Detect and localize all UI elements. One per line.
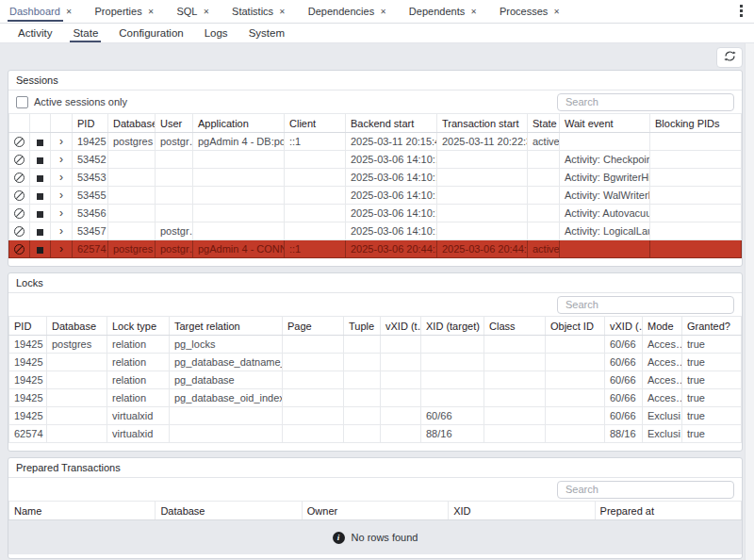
cancel-query-icon[interactable] <box>14 190 25 201</box>
close-icon[interactable]: ✕ <box>66 8 73 16</box>
close-icon[interactable]: ✕ <box>380 8 386 16</box>
refresh-icon <box>724 49 736 66</box>
info-icon: i <box>333 532 345 544</box>
cell: 88/16 <box>605 425 643 443</box>
locks-header-row: PIDDatabaseLock typeTarget relationPageT… <box>9 317 742 336</box>
expand-row-icon[interactable]: › <box>59 153 63 166</box>
subtab-activity[interactable]: Activity <box>8 24 62 42</box>
terminate-session-icon[interactable] <box>37 247 43 254</box>
cell: virtualxid <box>107 425 170 443</box>
terminate-session-icon[interactable] <box>37 211 43 218</box>
subtab-logs[interactable]: Logs <box>194 24 238 42</box>
terminate-session-icon[interactable] <box>37 175 43 182</box>
subtab-state[interactable]: State <box>62 24 108 42</box>
tab-dashboard[interactable]: Dashboard✕ <box>8 0 84 23</box>
session-row[interactable]: ›534522025-03-06 14:10:11 …Activity: Che… <box>9 151 742 169</box>
kebab-menu-icon[interactable] <box>734 5 747 20</box>
session-row[interactable]: ›19425postgrespostgr…pgAdmin 4 - DB:post… <box>9 133 742 151</box>
close-icon[interactable]: ✕ <box>148 8 155 16</box>
terminate-session-icon[interactable] <box>37 140 43 146</box>
cell <box>437 222 528 240</box>
active-sessions-checkbox[interactable] <box>16 96 28 108</box>
lock-row[interactable]: 19425postgresrelationpg_locks60/66Acces…… <box>9 336 742 354</box>
lock-row[interactable]: 19425relationpg_database60/66Acces…true <box>9 371 742 389</box>
cell <box>528 205 560 222</box>
cancel-query-icon[interactable] <box>14 137 25 147</box>
active-sessions-only-control: Active sessions only <box>16 96 127 108</box>
tab-label: Processes <box>500 6 548 17</box>
cell: Acces… <box>643 389 682 407</box>
session-row[interactable]: ›534532025-03-06 14:10:11 …Activity: Bgw… <box>9 169 742 187</box>
prepared-header-row: NameDatabaseOwnerXIDPrepared at <box>9 502 742 520</box>
tab-statistics[interactable]: Statistics✕ <box>230 0 297 23</box>
cell <box>650 169 742 187</box>
close-icon[interactable]: ✕ <box>203 8 209 16</box>
subtab-system[interactable]: System <box>238 24 295 42</box>
cell: Acces… <box>643 354 682 371</box>
cell: Activity: Checkpointe… <box>560 151 650 169</box>
expand-row-icon[interactable]: › <box>59 224 63 238</box>
cell: Activity: WalWriterM… <box>560 187 650 205</box>
cell <box>437 169 528 187</box>
cell <box>47 407 107 425</box>
cell: true <box>682 354 742 371</box>
column-header: XID (target) <box>421 317 484 336</box>
dashboard-subtab-bar: ActivityStateConfigurationLogsSystem <box>0 24 754 43</box>
cell <box>484 371 546 389</box>
terminate-session-icon[interactable] <box>37 229 43 236</box>
expand-row-icon[interactable]: › <box>59 242 63 255</box>
lock-row[interactable]: 19425relationpg_database_oid_index60/66A… <box>9 389 742 407</box>
cancel-query-icon[interactable] <box>14 155 25 165</box>
terminate-session-icon[interactable] <box>37 193 43 200</box>
column-header: Target relation <box>170 317 283 336</box>
cancel-query-icon[interactable] <box>14 173 25 183</box>
locks-search-input[interactable] <box>557 296 734 314</box>
cancel-query-icon[interactable] <box>14 208 25 219</box>
cell: Acces… <box>643 336 682 354</box>
expand-row-icon[interactable]: › <box>59 189 63 202</box>
panel-padding <box>8 258 742 266</box>
tab-dependents[interactable]: Dependents✕ <box>407 0 488 23</box>
expand-row-icon[interactable]: › <box>59 171 63 184</box>
cell <box>170 407 283 425</box>
sessions-toolbar: Active sessions only <box>8 91 742 113</box>
tab-processes[interactable]: Processes✕ <box>498 0 571 23</box>
cell <box>484 407 546 425</box>
column-header: Client <box>285 114 346 133</box>
subtab-configuration[interactable]: Configuration <box>108 24 193 42</box>
prepared-search-input[interactable] <box>557 481 734 499</box>
session-row[interactable]: ›53457postgr…2025-03-06 14:10:11 …Activi… <box>9 222 742 240</box>
cell <box>344 336 381 354</box>
session-row[interactable]: ›62574postgrespostgr…pgAdmin 4 - CONN:6…… <box>9 240 742 258</box>
close-icon[interactable]: ✕ <box>470 8 477 16</box>
cell: 2025-03-11 20:22:36 … <box>437 133 528 151</box>
close-icon[interactable]: ✕ <box>553 8 560 16</box>
column-header: User <box>156 114 193 133</box>
cell <box>650 240 742 258</box>
lock-row[interactable]: 62574virtualxid88/1688/16Exclusi…true <box>9 425 742 443</box>
dashboard-content: Sessions Active sessions only PIDDatabas… <box>0 43 754 559</box>
cell: active <box>528 133 560 151</box>
session-row[interactable]: ›534562025-03-06 14:10:11 …Activity: Aut… <box>9 205 742 222</box>
terminate-session-icon[interactable] <box>37 157 43 164</box>
cell <box>528 151 560 169</box>
refresh-button[interactable] <box>716 47 743 68</box>
cancel-query-icon[interactable] <box>14 226 25 237</box>
tab-sql[interactable]: SQL✕ <box>174 0 221 23</box>
expand-row-icon[interactable]: › <box>59 206 63 220</box>
expand-row-icon[interactable]: › <box>59 135 63 148</box>
session-row[interactable]: ›534552025-03-06 14:10:11 …Activity: Wal… <box>9 187 742 205</box>
cell: 19425 <box>73 133 108 151</box>
tab-dependencies[interactable]: Dependencies✕ <box>306 0 398 23</box>
tab-label: SQL <box>176 6 197 17</box>
sessions-search-input[interactable] <box>557 93 734 111</box>
vertical-scrollbar[interactable] <box>745 43 754 560</box>
lock-row[interactable]: 19425relationpg_database_datname_ind…60/… <box>9 354 742 371</box>
cancel-query-icon[interactable] <box>14 244 25 255</box>
cell <box>650 205 742 222</box>
tab-properties[interactable]: Properties✕ <box>93 0 166 23</box>
lock-row[interactable]: 19425virtualxid60/6660/66Exclusi…true <box>9 407 742 425</box>
cell <box>528 169 560 187</box>
close-icon[interactable]: ✕ <box>279 8 286 16</box>
cell: 53455 <box>73 187 108 205</box>
